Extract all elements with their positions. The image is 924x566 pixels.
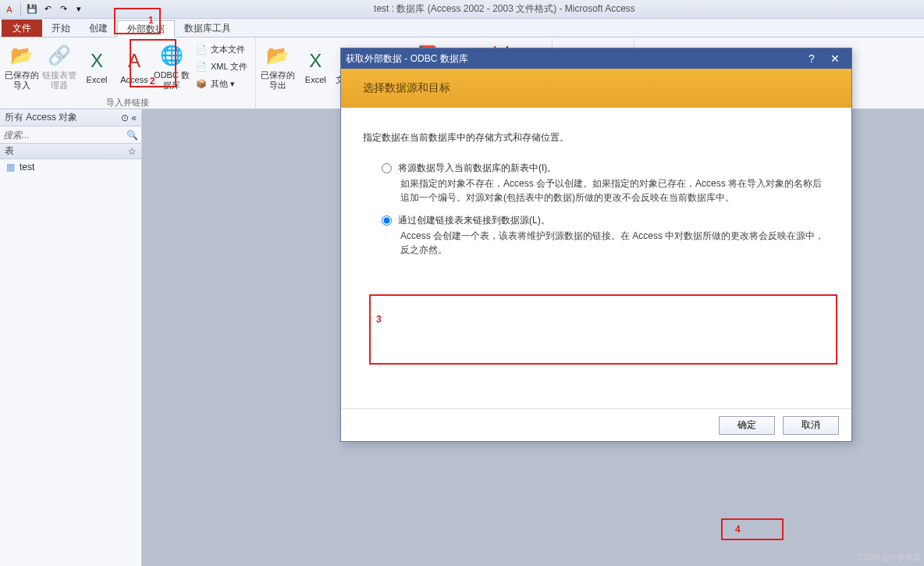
nav-header-label: 所有 Access 对象 [5, 111, 77, 124]
dialog-footer: 确定 取消 [341, 408, 851, 441]
radio-import[interactable] [382, 163, 392, 173]
window-title: test : 数据库 (Access 2002 - 2003 文件格式) - M… [85, 2, 924, 16]
group-label: 导入并链接 [0, 97, 255, 109]
search-icon[interactable]: 🔍 [126, 130, 138, 141]
watermark: CSDN @小多呱呱 [858, 552, 921, 563]
label: 链接表管理器 [41, 70, 78, 91]
app-icon: A [3, 3, 16, 16]
option-import-row[interactable]: 将源数据导入当前数据库的新表中(I)。 [363, 160, 830, 176]
option-link-row[interactable]: 通过创建链接表来链接到数据源(L)。 [363, 212, 830, 229]
export-excel-button[interactable]: X Excel [297, 39, 334, 95]
dialog-get-external-odbc: 获取外部数据 - ODBC 数据库 ? ✕ 选择数据源和目标 指定数据在当前数据… [340, 48, 852, 442]
import-more-button[interactable]: 📦其他 ▾ [192, 75, 251, 92]
excel-icon: X [303, 48, 328, 73]
redo-icon[interactable]: ↷ [57, 3, 69, 16]
label: ODBC 数据库 [153, 70, 190, 91]
nav-header[interactable]: 所有 Access 对象 ⊙ « [0, 109, 141, 126]
saved-imports-button[interactable]: 📂 已保存的导入 [3, 39, 41, 95]
dialog-titlebar: 获取外部数据 - ODBC 数据库 ? ✕ [341, 48, 851, 69]
label: Excel [305, 75, 326, 85]
folder-export-icon: 📂 [265, 44, 290, 69]
category-label: 表 [5, 144, 14, 158]
globe-db-icon: 🌐 [159, 44, 184, 69]
nav-search: 🔍 [0, 126, 141, 144]
label: 已保存的导出 [259, 70, 297, 91]
table-icon: ▦ [6, 162, 15, 173]
dialog-body: 指定数据在当前数据库中的存储方式和存储位置。 将源数据导入当前数据库的新表中(I… [341, 108, 851, 408]
tab-db-tools[interactable]: 数据库工具 [175, 20, 240, 37]
nav-item-label: test [20, 162, 34, 173]
search-input[interactable] [3, 130, 126, 141]
banner-text: 选择数据源和目标 [363, 81, 450, 95]
folder-icon: 📂 [9, 44, 34, 69]
dialog-title: 获取外部数据 - ODBC 数据库 [346, 52, 468, 66]
tab-external-data[interactable]: 外部数据 [117, 20, 175, 37]
saved-exports-button[interactable]: 📂 已保存的导出 [259, 39, 297, 95]
tab-create[interactable]: 创建 [80, 20, 117, 37]
excel-icon: X [84, 48, 109, 73]
import-odbc-button[interactable]: 🌐 ODBC 数据库 [153, 39, 190, 95]
nav-category-tables[interactable]: 表 ☆ [0, 144, 141, 159]
help-icon[interactable]: ? [800, 50, 823, 67]
close-icon[interactable]: ✕ [823, 50, 847, 67]
label: Excel [87, 75, 108, 85]
label: 已保存的导入 [3, 70, 41, 91]
import-xml-button[interactable]: 📄XML 文件 [192, 58, 251, 75]
import-excel-button[interactable]: X Excel [78, 39, 116, 95]
undo-icon[interactable]: ↶ [41, 3, 54, 16]
label: Access [120, 75, 147, 85]
access-icon: A [122, 48, 147, 73]
text-file-icon: 📄 [195, 43, 208, 55]
option-link-label: 通过创建链接表来链接到数据源(L)。 [398, 214, 550, 227]
more-icon: 📦 [195, 77, 208, 90]
collapse-icon: ☆ [128, 146, 137, 157]
dialog-banner: 选择数据源和目标 [341, 69, 851, 108]
xml-file-icon: 📄 [195, 60, 208, 73]
tab-file[interactable]: 文件 [2, 20, 42, 37]
radio-link[interactable] [382, 215, 392, 226]
cancel-button[interactable]: 取消 [783, 416, 839, 435]
ok-button[interactable]: 确定 [719, 416, 775, 435]
option-link-explanation: Access 会创建一个表，该表将维护到源数据的链接。在 Access 中对数据… [363, 229, 830, 265]
separator [20, 3, 21, 16]
import-small-col: 📄文本文件 📄XML 文件 📦其他 ▾ [190, 39, 252, 94]
save-icon[interactable]: 💾 [26, 3, 38, 16]
option-import-explanation: 如果指定的对象不存在，Access 会予以创建。如果指定的对象已存在，Acces… [363, 176, 830, 212]
ribbon-tabs: 文件 开始 创建 外部数据 数据库工具 [0, 19, 924, 37]
title-bar: A 💾 ↶ ↷ ▾ test : 数据库 (Access 2002 - 2003… [0, 0, 924, 19]
option-import-label: 将源数据导入当前数据库的新表中(I)。 [398, 162, 556, 175]
dialog-instruction: 指定数据在当前数据库中的存储方式和存储位置。 [363, 131, 830, 144]
quick-access-toolbar: A 💾 ↶ ↷ ▾ [0, 3, 85, 16]
import-text-button[interactable]: 📄文本文件 [192, 41, 251, 58]
import-access-button[interactable]: A Access [116, 39, 153, 95]
chevron-down-icon[interactable]: ⊙ « [121, 112, 137, 123]
qat-dropdown-icon[interactable]: ▾ [73, 3, 85, 16]
nav-item-test[interactable]: ▦ test [0, 159, 141, 175]
linked-table-manager-button[interactable]: 🔗 链接表管理器 [41, 39, 78, 95]
tab-home[interactable]: 开始 [42, 20, 80, 37]
navigation-pane: 所有 Access 对象 ⊙ « 🔍 表 ☆ ▦ test [0, 109, 142, 566]
table-link-icon: 🔗 [47, 44, 72, 69]
ribbon-group-import: 📂 已保存的导入 🔗 链接表管理器 X Excel A Access 🌐 ODB… [0, 37, 256, 109]
